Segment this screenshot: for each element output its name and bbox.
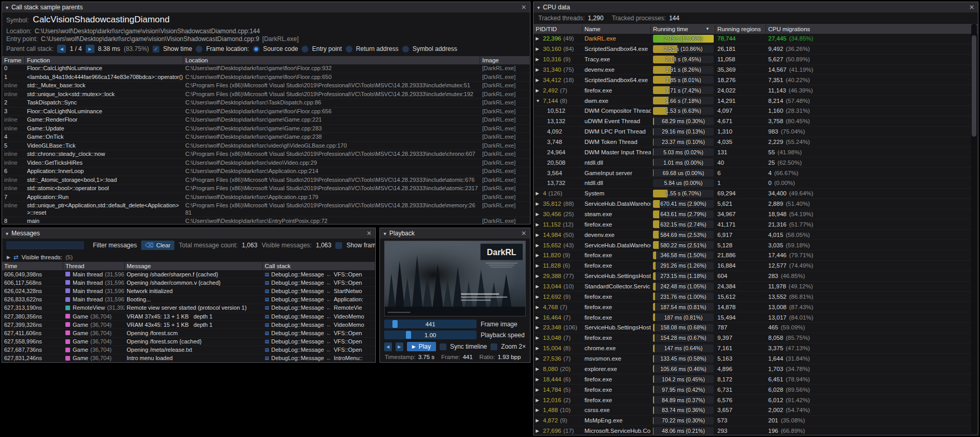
cpu-row[interactable]: ▶12,692(9)firefox.exe231.76 ms (1.00%)15… [534, 292, 978, 302]
cpu-row[interactable]: 3,748DWM Token Thread23.37 ms (0.10%)4,0… [534, 137, 978, 148]
callstack-row[interactable]: inlineGame::UpdateC:\Users\wolf\Desktop\… [2, 125, 530, 134]
cpu-row[interactable]: 10,512DWM Compositor Thread1.53 s (6.63%… [534, 106, 978, 116]
scrollbar[interactable] [971, 24, 977, 433]
callstack-icon[interactable]: ▤ [265, 355, 269, 361]
play-button[interactable]: ▶ Play [407, 342, 436, 351]
callstack-row[interactable]: inlinestd::unique_ptr<Application,std::d… [2, 202, 530, 217]
callstack-cell[interactable]: ▤DebugLog::Message←VideoMemo [263, 322, 375, 328]
expand-icon[interactable]: ▶ [536, 377, 541, 382]
expand-icon[interactable]: ▶ [536, 398, 541, 403]
cpu-row[interactable]: 13,732ntdll.dll5.84 us (0.00%)10(0.00%) [534, 178, 978, 189]
callstack-icon[interactable]: ▤ [265, 314, 269, 319]
expand-icon[interactable]: ▶ [536, 263, 541, 268]
cpu-row[interactable]: ▶14,984(50)devenv.exe584.69 ms (2.53%)6,… [534, 230, 978, 240]
cpu-row[interactable]: ▶10,316(9)Tracy.exe2.18 s (9.45%)11,0585… [534, 55, 978, 65]
expand-icon[interactable]: ▶ [536, 222, 541, 227]
radio-source-code[interactable] [253, 46, 260, 52]
cpu-row[interactable]: ▶12,016(2)firefox.exe84.89 ms (0.37%)6,5… [534, 395, 978, 405]
expand-icon[interactable]: ▶ [536, 46, 541, 51]
callstack-cell[interactable]: ▤DebugLog::Message←VFS::Open [263, 338, 375, 345]
cpu-row[interactable]: 13,132uDWM Event Thread68.29 ms (0.30%)4… [534, 116, 978, 127]
cpu-row[interactable]: ▶11,828(6)firefox.exe291.26 ms (1.26%)16… [534, 261, 978, 271]
cpu-row[interactable]: ▼7,144(8)dwm.exe1.66 s (7.18%)14,2918,21… [534, 96, 978, 106]
callstack-icon[interactable]: ▤ [265, 330, 269, 336]
callstack-icon[interactable]: ▤ [265, 305, 269, 310]
collapse-icon[interactable]: ▾ [6, 231, 8, 236]
callstack-row[interactable]: inlineVideo::GetTicksHiResC:\Users\wolf\… [2, 159, 530, 168]
cpu-row[interactable]: ▶30,456(25)steam.exe643.61 ms (2.79%)34,… [534, 209, 978, 220]
cpu-row[interactable]: 20,508ntdll.dll1.01 ms (0.00%)4025(62.50… [534, 157, 978, 168]
message-row[interactable]: 627,411,606nsGame(36,704)Opening /forest… [2, 329, 375, 337]
expand-icon[interactable]: ▶ [536, 191, 541, 196]
cpu-row[interactable]: ▶4(126)System1.55 s (6.70%)69,29434,400(… [534, 189, 978, 199]
callstack-row[interactable]: inlinestd::chrono::steady_clock::nowC:\P… [2, 150, 530, 159]
message-row[interactable]: 606,117,568nsMain thread(31,596)Opening … [2, 279, 375, 287]
prev-parent-button[interactable]: ◀ [57, 45, 66, 53]
expand-icon[interactable]: ▶ [536, 335, 541, 340]
cpu-row[interactable]: ▶23,348(106)ServiceHub.SettingsHost158.0… [534, 323, 978, 333]
cpu-row[interactable]: ▶27,536(7)msvsmon.exe133.45 ms (0.58%)5,… [534, 354, 978, 364]
callstack-row[interactable]: 2TaskDispatch::SyncC:\Users\wolf\Desktop… [2, 99, 530, 108]
message-row[interactable]: 626,833,622nsMain thread(31,596)Booting.… [2, 296, 375, 304]
callstack-row[interactable]: 3Floor::CalcLightNoLuminanceC:\Users\wol… [2, 108, 530, 116]
col-function[interactable]: Function [25, 56, 183, 64]
callstack-icon[interactable]: ▤ [265, 280, 269, 285]
message-row[interactable]: 627,687,736nsGame(36,704)Opening /meta/r… [2, 346, 375, 354]
radio-symbol-address[interactable] [402, 46, 409, 52]
cpu-row[interactable]: ▶13,048(7)firefox.exe154.28 ms (0.67%)9,… [534, 333, 978, 343]
message-filter-input[interactable] [6, 241, 85, 250]
callstack-cell[interactable]: ▤DebugLog::Message←RemoteVie [263, 304, 375, 311]
cpu-titlebar[interactable]: ▾ CPU data ✕ [534, 2, 978, 12]
cpu-row[interactable]: ▶8,080(20)explorer.exe105.66 ms (0.46%)4… [534, 364, 978, 375]
next-frame-button[interactable]: ▶ [396, 342, 403, 351]
expand-icon[interactable]: ▶ [536, 201, 541, 206]
playback-titlebar[interactable]: ▾ Playback ✕ [380, 228, 530, 239]
callstack-row[interactable]: 4Game::OnTickC:\Users\wolf\Desktop\darkr… [2, 133, 530, 142]
expand-icon[interactable]: ▶ [536, 325, 541, 330]
messages-titlebar[interactable]: ▾ Messages ✕ [2, 228, 375, 239]
expand-icon[interactable]: ▶ [536, 294, 541, 299]
callstack-row[interactable]: inlinestd::_Atomic_storage<bool,1>::load… [2, 176, 530, 185]
col-running-time[interactable]: Running time ▼ [651, 25, 715, 33]
expand-icon[interactable]: ▶ [536, 304, 541, 310]
col-pid-tid[interactable]: PID/TID [534, 25, 582, 33]
sync-timeline-checkbox[interactable] [440, 343, 446, 350]
show-frame-checkbox[interactable] [335, 242, 342, 249]
prev-frame-button[interactable]: ◀ [384, 342, 392, 351]
col-name[interactable]: Name [582, 25, 651, 33]
cpu-row[interactable]: ▶11,152(12)firefox.exe632.15 ms (2.74%)4… [534, 219, 978, 230]
cpu-row[interactable]: ▶16,464(7)firefox.exe187 ms (0.81%)15,49… [534, 312, 978, 323]
message-row[interactable]: 627,558,996nsGame(36,704)Opening /forest… [2, 338, 375, 346]
expand-icon[interactable]: ▶ [536, 366, 541, 372]
cpu-row[interactable]: ▶30,160(84)ScriptedSandbox64.exe2.51 s (… [534, 44, 978, 55]
col-time[interactable]: Time [2, 262, 63, 270]
zoom-checkbox[interactable] [491, 343, 497, 350]
close-icon[interactable]: ✕ [366, 230, 372, 237]
speed-slider[interactable]: 1.00 [384, 330, 477, 339]
close-icon[interactable]: ✕ [969, 4, 974, 11]
callstack-cell[interactable]: ▤DebugLog::Message←IntroMenu:: [263, 355, 375, 361]
callstack-cell[interactable]: ▤DebugLog::Message←VFS::Open [263, 280, 375, 286]
callstack-cell[interactable]: ▤DebugLog::Message←VFS::Open [263, 330, 375, 336]
callstack-icon[interactable]: ▤ [265, 272, 269, 277]
cpu-row[interactable]: ▶18,444(6)firefox.exe104.2 ms (0.45%)8,1… [534, 374, 978, 385]
callstack-icon[interactable]: ▤ [265, 288, 269, 294]
cpu-row[interactable]: ▶15,004(8)chrome.exe147 ms (0.64%)7,1613… [534, 343, 978, 354]
expand-icon[interactable]: ▶ [536, 387, 541, 392]
cpu-row[interactable]: ▶34,412(18)ScriptedSandbox64.exe1.85 s (… [534, 75, 978, 85]
cpu-row[interactable]: 24,964DWM Master Input Threa5.03 ms (0.0… [534, 147, 978, 157]
col-frame[interactable]: Frame [2, 56, 25, 64]
callstack-row[interactable]: inlinestd::atomic<bool>::operator boolC:… [2, 184, 530, 193]
radio-entry-point[interactable] [302, 46, 308, 52]
col-message[interactable]: Message [125, 262, 263, 270]
cpu-row[interactable]: ▶2,492(7)firefox.exe1.71 s (7.42%)24,022… [534, 85, 978, 96]
message-row[interactable]: 626,024,328nsMain thread(31,596)Network … [2, 287, 375, 295]
expand-icon[interactable]: ▶ [536, 284, 541, 289]
cpu-row[interactable]: ▶29,388(77)ServiceHub.SettingsHost273.15… [534, 271, 978, 282]
callstack-cell[interactable]: ▤DebugLog::Message←StartNetwo [263, 288, 375, 294]
close-icon[interactable]: ✕ [521, 4, 526, 11]
frame-location-radio[interactable] [196, 46, 202, 52]
expand-icon[interactable]: ▶ [536, 88, 541, 93]
collapse-icon[interactable]: ▾ [537, 5, 540, 10]
expand-icon[interactable]: ▶ [536, 407, 541, 413]
